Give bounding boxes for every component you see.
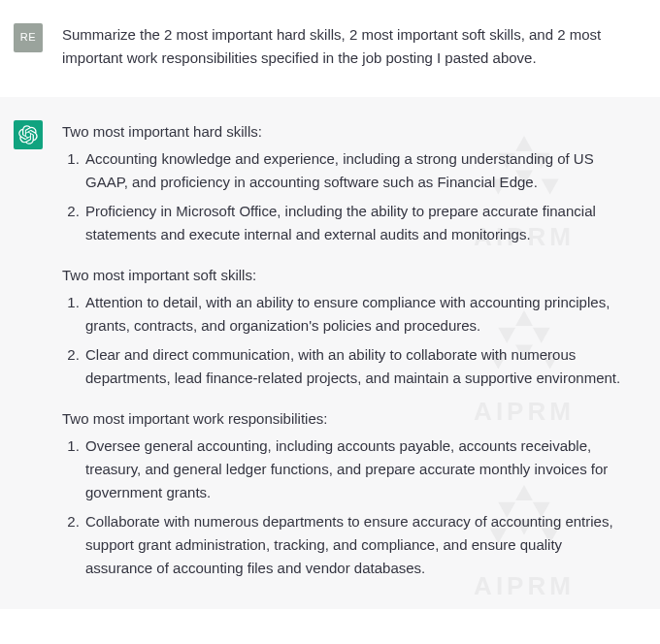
user-turn: RE Summarize the 2 most important hard s… (0, 0, 660, 97)
user-message: Summarize the 2 most important hard skil… (62, 23, 641, 74)
list-item: Clear and direct communication, with an … (83, 343, 631, 390)
assistant-message: Two most important hard skills: Accounti… (62, 120, 641, 586)
responsibilities-list: Oversee general accounting, including ac… (62, 435, 631, 580)
user-avatar-initials: RE (20, 29, 36, 47)
hard-skills-list: Accounting knowledge and experience, inc… (62, 147, 631, 246)
assistant-turn: AIPRM AIPRM AIPRM (0, 97, 660, 609)
hard-skills-heading: Two most important hard skills: (62, 120, 631, 144)
list-item: Collaborate with numerous departments to… (83, 510, 631, 580)
responsibilities-heading: Two most important work responsibilities… (62, 407, 631, 431)
list-item: Attention to detail, with an ability to … (83, 291, 631, 338)
assistant-avatar (14, 120, 43, 149)
list-item: Accounting knowledge and experience, inc… (83, 147, 631, 194)
openai-logo-icon (18, 125, 38, 145)
user-message-text: Summarize the 2 most important hard skil… (62, 23, 631, 70)
user-avatar: RE (14, 23, 43, 52)
list-item: Proficiency in Microsoft Office, includi… (83, 200, 631, 246)
soft-skills-list: Attention to detail, with an ability to … (62, 291, 631, 390)
soft-skills-heading: Two most important soft skills: (62, 264, 631, 287)
list-item: Oversee general accounting, including ac… (83, 435, 631, 504)
